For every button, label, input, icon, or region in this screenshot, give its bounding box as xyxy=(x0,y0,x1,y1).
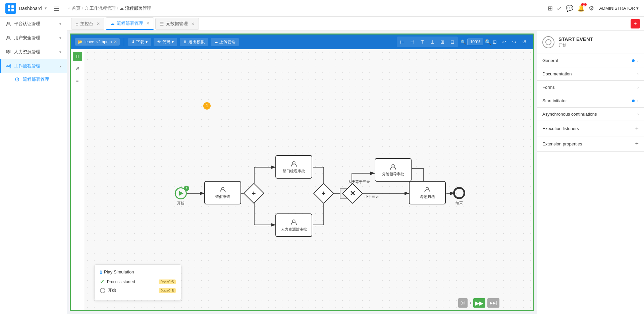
breadcrumb-workflow[interactable]: 工作流程管理 xyxy=(90,5,116,11)
sidebar-sub-item-process[interactable]: 流程部署管理 xyxy=(14,73,67,86)
redo-btn[interactable]: ↪ xyxy=(509,37,519,47)
panel-section-async-header[interactable]: Asynchronous continuations › xyxy=(537,108,644,121)
code-icon: 👁 xyxy=(157,40,161,44)
expand-icon[interactable]: ⤢ xyxy=(557,5,562,12)
notification-icon[interactable]: 🔔 2 xyxy=(577,5,585,12)
tab-metadata-label: 元数据管理 xyxy=(166,21,188,27)
sim-nav-play[interactable]: ▶▶ xyxy=(473,298,485,308)
settings-icon[interactable]: ⚙ xyxy=(589,5,594,12)
sidebar-item-platform-auth[interactable]: 平台认证管理 ▾ xyxy=(0,17,67,31)
documentation-arrow: › xyxy=(637,72,639,76)
hamburger-icon[interactable]: ☰ xyxy=(54,4,60,12)
exec-listeners-add[interactable]: + xyxy=(635,125,639,132)
zoom-input[interactable] xyxy=(467,39,483,45)
start-initiator-actions: › xyxy=(632,99,639,103)
general-dot xyxy=(632,59,635,62)
toolbar-code-btn[interactable]: 👁 代码 ▾ xyxy=(154,38,177,46)
start-event[interactable]: 1 开始 xyxy=(175,187,187,206)
right-panel-subtitle: 开始 xyxy=(558,43,593,48)
panel-section-start-initiator-header[interactable]: Start initiator › xyxy=(537,94,644,107)
align-hcenter-btn[interactable]: ⊞ xyxy=(438,37,447,47)
left-tool-list[interactable]: ≡ xyxy=(73,76,82,85)
toolbar-file-close[interactable]: ✕ xyxy=(114,40,117,44)
task-attendance[interactable]: 考勤归档 xyxy=(409,181,446,204)
download-label: 下载 xyxy=(136,39,144,45)
toolbar-upload-btn[interactable]: ☁ 上传云端 xyxy=(211,38,239,46)
task-hr-label: 人力资源部审批 xyxy=(281,227,307,232)
svg-rect-3 xyxy=(11,9,14,11)
tabs-add-button[interactable]: + xyxy=(631,19,640,28)
gateway-parallel-2[interactable]: + xyxy=(316,186,331,201)
gateway-parallel-1[interactable]: + xyxy=(247,186,261,201)
panel-section-general-header[interactable]: General › xyxy=(537,54,644,67)
bpmn-editor: 📂 leave_v2.bpmn ✕ ⬇ 下载 ▾ 👁 代码 xyxy=(70,34,534,311)
pause-icon: ⏸ xyxy=(183,40,187,44)
panel-section-extension-props: Extension properties + xyxy=(537,136,644,152)
toolbar-sep-1 xyxy=(124,38,124,46)
async-label: Asynchronous continuations xyxy=(542,112,597,117)
task-manager-approval[interactable]: 部门经理审批 xyxy=(275,155,312,179)
zoom-in-btn[interactable]: 🔍 xyxy=(485,39,491,45)
tab-metadata-close[interactable]: ✕ xyxy=(191,21,195,26)
ext-props-add[interactable]: + xyxy=(635,140,639,147)
forms-label: Forms xyxy=(542,85,555,90)
align-center-btn[interactable]: ⊣ xyxy=(408,37,417,47)
tab-process-deploy[interactable]: ☁ 流程部署管理 ✕ xyxy=(106,17,154,30)
toolbar-exit-sim-btn[interactable]: ⏸ 退出模拟 xyxy=(180,38,208,46)
workflow-arrow: ▴ xyxy=(59,64,61,68)
zoom-icon: 🔍 xyxy=(461,40,466,45)
grid-icon[interactable]: ⊞ xyxy=(548,5,553,12)
toolbar-download-btn[interactable]: ⬇ 下载 ▾ xyxy=(128,38,151,46)
gateway-exclusive-diamond[interactable]: ✕ xyxy=(345,186,360,201)
panel-section-general: General › xyxy=(537,54,644,67)
sidebar-item-workflow[interactable]: 工作流程管理 ▴ xyxy=(0,59,67,73)
left-tool-pause[interactable]: ⏸ xyxy=(73,52,82,61)
zoom-fit-btn[interactable]: ⊡ xyxy=(493,39,497,45)
tab-home-icon: ⌂ xyxy=(75,21,78,26)
panel-section-exec-header[interactable]: Execution listeners + xyxy=(537,121,644,136)
tab-home[interactable]: ⌂ 主控台 ✕ xyxy=(71,18,104,30)
panel-section-start-initiator: Start initiator › xyxy=(537,94,644,108)
toolbar-align-btns: ⊢ ⊣ ⊤ ⊥ ⊞ ⊟ xyxy=(397,37,458,47)
panel-section-execution-listeners: Execution listeners + xyxy=(537,121,644,136)
general-actions: › xyxy=(632,58,639,63)
breadcrumb-home[interactable]: 首页 xyxy=(72,5,80,11)
chat-icon[interactable]: 💬 xyxy=(566,5,573,12)
align-top-btn[interactable]: ⊤ xyxy=(418,37,427,47)
task-hr-approval[interactable]: 人力资源部审批 xyxy=(275,213,312,237)
refresh-btn[interactable]: ↺ xyxy=(520,37,529,47)
tab-home-close[interactable]: ✕ xyxy=(97,21,100,26)
main-area: ⌂ 主控台 ✕ ☁ 流程部署管理 ✕ ☰ 元数据管理 ✕ + xyxy=(67,17,644,314)
left-tool-loop[interactable]: ↺ xyxy=(73,64,82,73)
bpmn-canvas[interactable]: 1 xyxy=(84,49,533,310)
sim-nav-end[interactable]: ▶▶| xyxy=(487,298,499,308)
align-bottom-btn[interactable]: ⊥ xyxy=(428,37,437,47)
toolbar-filename: leave_v2.bpmn xyxy=(85,40,112,44)
undo-btn[interactable]: ↩ xyxy=(499,37,509,47)
task-leader-approval[interactable]: 分管领导审批 xyxy=(375,158,412,182)
upload-label: 上传云端 xyxy=(219,39,235,45)
sim-nav-icon[interactable] xyxy=(458,298,468,308)
svg-point-7 xyxy=(9,50,10,52)
tab-process-close[interactable]: ✕ xyxy=(146,21,150,26)
align-vcenter-btn[interactable]: ⊟ xyxy=(448,37,457,47)
user-info[interactable]: ADMINISTRATOR ▾ xyxy=(599,6,639,11)
general-arrow: › xyxy=(637,58,639,63)
dashboard-arrow: ▾ xyxy=(45,6,47,11)
sidebar-item-user-security[interactable]: 用户安全管理 ▾ xyxy=(0,31,67,45)
sim-nav-prev[interactable]: › xyxy=(470,300,471,306)
svg-rect-2 xyxy=(8,9,10,11)
sim-nav: › ▶▶ ▶▶| xyxy=(458,298,499,308)
sidebar-item-hr[interactable]: 人力资源管理 ▾ xyxy=(0,45,67,59)
sidebar: 平台认证管理 ▾ 用户安全管理 ▾ 人力资源管理 ▾ 工作流程管理 ▴ xyxy=(0,17,67,314)
panel-section-documentation-header[interactable]: Documentation › xyxy=(537,67,644,80)
panel-section-forms-header[interactable]: Forms › xyxy=(537,81,644,94)
panel-section-ext-header[interactable]: Extension properties + xyxy=(537,136,644,151)
tab-metadata[interactable]: ☰ 元数据管理 ✕ xyxy=(155,18,199,30)
align-left-btn[interactable]: ⊢ xyxy=(397,37,407,47)
hr-icon xyxy=(5,49,11,55)
toolbar-file[interactable]: 📂 leave_v2.bpmn ✕ xyxy=(75,38,120,46)
layout: 平台认证管理 ▾ 用户安全管理 ▾ 人力资源管理 ▾ 工作流程管理 ▴ xyxy=(0,17,644,314)
end-event[interactable]: 结束 xyxy=(453,187,465,205)
task-leave-apply[interactable]: 请假申请 xyxy=(204,181,241,204)
